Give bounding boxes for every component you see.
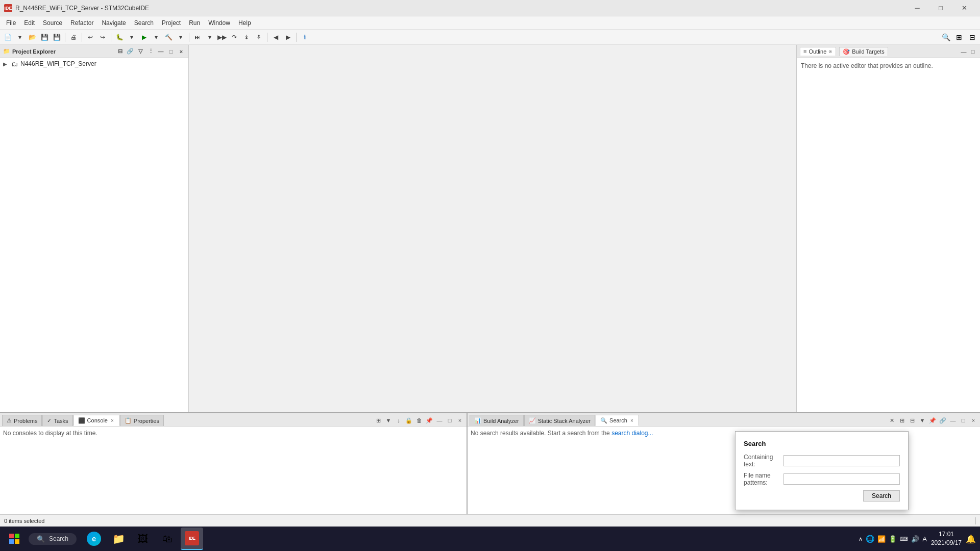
toolbar-step-into-btn[interactable]: ↡ [241, 32, 252, 43]
search-minimize-btn[interactable]: — [948, 416, 958, 425]
containing-text-input[interactable] [783, 455, 900, 466]
toolbar-save-all-btn[interactable]: 💾 [51, 32, 62, 43]
filename-patterns-input[interactable] [783, 473, 900, 485]
clear-console-btn[interactable]: 🗑 [414, 416, 424, 425]
console-close-btn[interactable]: × [455, 416, 464, 425]
tree-root-item[interactable]: ▶ 🗂 N446RE_WiFi_TCP_Server [0, 58, 188, 69]
tab-console[interactable]: ⬛ Console × [74, 415, 119, 426]
menu-search[interactable]: Search [130, 18, 158, 28]
console-maximize-btn[interactable]: □ [445, 416, 454, 425]
toolbar-next-btn[interactable]: ▶ [282, 32, 293, 43]
search-close-btn[interactable]: × [969, 416, 978, 425]
search-collapse-btn[interactable]: ⊟ [908, 416, 917, 425]
tab-outline[interactable]: ≡ Outline ⊗ [800, 47, 836, 56]
scroll-lock-btn[interactable]: 🔒 [404, 416, 413, 425]
close-button[interactable]: ✕ [952, 0, 976, 16]
pin-console-btn[interactable]: 📌 [425, 416, 434, 425]
maximize-panel-btn[interactable]: □ [167, 47, 175, 56]
menu-project[interactable]: Project [158, 18, 185, 28]
editor-content[interactable] [189, 45, 796, 412]
window-title: R_N446RE_WiFi_TCP_Server - STM32CubeIDE [15, 5, 905, 12]
toolbar-new-btn[interactable]: 📄 [2, 32, 13, 43]
display-selected-btn[interactable]: ▼ [384, 416, 393, 425]
menu-help[interactable]: Help [234, 18, 255, 28]
close-panel-btn[interactable]: × [177, 47, 185, 56]
toolbar-open-btn[interactable]: 📂 [27, 32, 38, 43]
start-button[interactable] [4, 529, 24, 549]
link-editor-btn[interactable]: 🔗 [126, 47, 134, 56]
toolbar-build-btn[interactable]: 🔨 [163, 32, 174, 43]
toolbar-run-dropdown[interactable]: ▾ [151, 32, 162, 43]
tab-static-stack-analyzer[interactable]: 📈 Static Stack Analyzer [524, 415, 595, 426]
search-link-btn[interactable]: 🔗 [938, 416, 947, 425]
toolbar-search-btn[interactable]: 🔍 [940, 32, 951, 43]
menu-navigate[interactable]: Navigate [97, 18, 130, 28]
toolbar-step-over-btn[interactable]: ↷ [229, 32, 240, 43]
tab-build-analyzer[interactable]: 📊 Build Analyzer [470, 415, 524, 426]
toolbar-info-btn[interactable]: ℹ [299, 32, 310, 43]
taskbar-search-btn[interactable]: 🔍 Search [29, 533, 77, 545]
taskbar-photos[interactable]: 🖼 [132, 528, 154, 550]
search-dialog-link[interactable]: search dialog... [611, 430, 653, 437]
toolbar-layout-btn[interactable]: ⊟ [967, 32, 978, 43]
toolbar-build-dropdown[interactable]: ▾ [175, 32, 186, 43]
battery-icon[interactable]: 🔋 [889, 535, 897, 543]
toolbar-new-dropdown[interactable]: ▾ [14, 32, 26, 43]
search-tab-close[interactable]: × [629, 418, 634, 423]
right-panel-maximize[interactable]: □ [969, 47, 977, 56]
menu-edit[interactable]: Edit [20, 18, 39, 28]
keyboard-icon[interactable]: ⌨ [900, 536, 908, 542]
tab-build-targets[interactable]: 🎯 Build Targets [839, 47, 888, 56]
right-panel-minimize[interactable]: — [960, 47, 968, 56]
tab-search[interactable]: 🔍 Search × [596, 415, 639, 426]
wifi-icon[interactable]: 📶 [877, 535, 886, 543]
taskbar-file-explorer[interactable]: 📁 [107, 528, 130, 550]
toolbar-skip-dropdown[interactable]: ▾ [204, 32, 215, 43]
toolbar-prev-btn[interactable]: ◀ [270, 32, 281, 43]
toolbar-view-btn[interactable]: ⊞ [953, 32, 965, 43]
volume-icon[interactable]: 🔊 [911, 535, 919, 543]
search-expand-btn[interactable]: ⊞ [897, 416, 906, 425]
search-maximize-btn[interactable]: □ [959, 416, 968, 425]
taskbar-store[interactable]: 🛍 [156, 528, 179, 550]
tab-properties[interactable]: 📋 Properties [120, 415, 164, 426]
tab-problems[interactable]: ⚠ Problems [2, 415, 42, 426]
toolbar-undo-btn[interactable]: ↩ [85, 32, 96, 43]
toolbar-save-btn[interactable]: 💾 [39, 32, 50, 43]
taskbar-edge[interactable]: e [83, 528, 105, 550]
toolbar-run-btn[interactable]: ▶ [138, 32, 150, 43]
search-cancel-btn[interactable]: ✕ [887, 416, 896, 425]
toolbar-debug-btn[interactable]: 🐛 [114, 32, 125, 43]
tab-tasks[interactable]: ✓ Tasks [42, 415, 72, 426]
menu-source[interactable]: Source [39, 18, 66, 28]
menu-refactor[interactable]: Refactor [66, 18, 97, 28]
network-icon[interactable]: 🌐 [866, 535, 874, 543]
collapse-all-btn[interactable]: ⊟ [116, 47, 124, 56]
taskbar-ide[interactable]: IDE [181, 528, 203, 550]
toolbar-debug-dropdown[interactable]: ▾ [126, 32, 137, 43]
search-dialog-search-btn[interactable]: Search [863, 490, 900, 502]
new-console-dropdown[interactable]: ↓ [394, 416, 403, 425]
filter-btn[interactable]: ▽ [136, 47, 144, 56]
toolbar-step-return-btn[interactable]: ↟ [253, 32, 264, 43]
toolbar-resume-btn[interactable]: ▶▶ [216, 32, 228, 43]
tree-collapse-arrow[interactable]: ▶ [3, 61, 10, 67]
view-menu-btn[interactable]: ⋮ [146, 47, 155, 56]
clock[interactable]: 17:01 2021/09/17 [931, 530, 962, 547]
console-minimize-btn[interactable]: — [435, 416, 444, 425]
toolbar-redo-btn[interactable]: ↪ [97, 32, 108, 43]
search-dropdown-btn[interactable]: ▼ [918, 416, 927, 425]
menu-run[interactable]: Run [185, 18, 204, 28]
toolbar-print-btn[interactable]: 🖨 [68, 32, 79, 43]
notification-icon[interactable]: 🔔 [966, 534, 976, 544]
open-console-btn[interactable]: ⊞ [374, 416, 383, 425]
toolbar-skip-btn[interactable]: ⏭ [192, 32, 203, 43]
search-pin-btn[interactable]: 📌 [928, 416, 937, 425]
chevron-icon[interactable]: ∧ [859, 536, 863, 542]
menu-window[interactable]: Window [204, 18, 234, 28]
maximize-button[interactable]: □ [929, 0, 952, 16]
console-tab-close[interactable]: × [110, 418, 115, 423]
minimize-panel-btn[interactable]: — [157, 47, 165, 56]
minimize-button[interactable]: ─ [905, 0, 929, 16]
menu-file[interactable]: File [2, 18, 20, 28]
